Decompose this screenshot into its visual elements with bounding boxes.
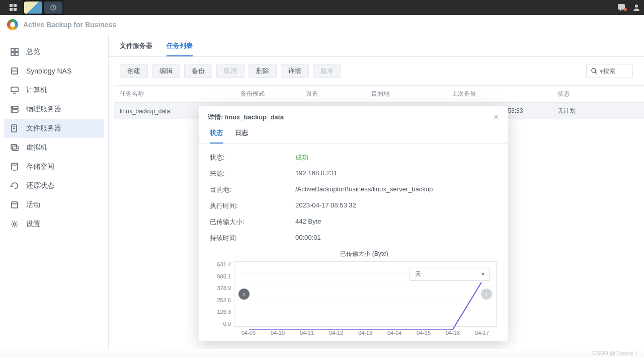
server-icon [10,105,19,114]
info-label-dur: 持续时间: [210,234,295,243]
cancel-button: 取消 [216,64,245,78]
svg-point-5 [635,5,638,8]
sidebar-item-computer[interactable]: 计算机 [4,81,104,100]
app-logo-icon [7,19,18,30]
sidebar-item-settings[interactable]: 设置 [4,215,104,234]
sidebar-item-label: 物理服务器 [26,105,61,114]
sidebar-item-label: 还原状态 [26,181,54,190]
sidebar-item-label: Synology NAS [26,67,71,75]
sidebar-item-restore[interactable]: 还原状态 [4,176,104,195]
window-title: Active Backup for Business [23,21,116,29]
overview-icon [10,47,19,56]
tab-file-server[interactable]: 文件服务器 [120,41,152,56]
info-label-status: 状态: [210,153,295,162]
modal-title: 详情: linux_backup_data [208,113,284,122]
main-menu-icon[interactable] [3,0,23,15]
table-header: 任务名称 备份模式 设备 目的地 上次备份 状态 [114,85,644,103]
fileserver-icon [10,124,19,133]
window-header: Active Backup for Business [0,15,644,34]
info-value-status: 成功 [295,153,497,162]
info-value-xfer: 442 Byte [295,218,497,227]
delete-button[interactable]: 删除 [249,64,277,78]
modal-tab-status[interactable]: 状态 [210,128,223,144]
sidebar-item-label: 计算机 [26,86,47,95]
tab-task-list[interactable]: 任务列表 [167,41,193,56]
sidebar-item-file-server[interactable]: 文件服务器 [4,119,104,138]
details-modal: 详情: linux_backup_data × 状态 日志 状态:成功 来源:1… [199,106,508,341]
version-button: 版本 [313,64,341,78]
sidebar-item-overview[interactable]: 总览 [4,42,104,61]
info-label-dest: 目的地: [210,185,295,194]
main-tabs: 文件服务器 任务列表 [109,34,644,57]
nas-icon [10,66,19,76]
sidebar-item-nas[interactable]: Synology NAS [4,61,104,81]
th-device[interactable]: 设备 [300,86,365,102]
svg-point-17 [13,111,13,111]
svg-rect-9 [15,52,18,55]
th-name[interactable]: 任务名称 [114,86,234,102]
search-input[interactable] [603,67,628,75]
svg-line-28 [595,72,597,74]
sidebar-item-label: 活动 [26,200,40,209]
info-value-dur: 00:00:01 [295,234,497,243]
sidebar-item-activity[interactable]: 活动 [4,195,104,215]
svg-rect-24 [12,202,18,208]
svg-rect-22 [13,146,18,151]
modal-header[interactable]: 详情: linux_backup_data × [199,106,508,128]
notification-icon[interactable] [617,3,626,12]
sidebar-item-vm[interactable]: 虚拟机 [4,138,104,157]
transfer-chart: 已传输大小 (Byte) 631.4505.1378.9252.6126.30.… [210,250,497,336]
svg-rect-7 [15,48,18,51]
toolbar: 创建 编辑 备份 取消 删除 详情 版本 ▾ [109,57,644,85]
chart-yaxis: 631.4505.1378.9252.6126.30.0 [210,261,234,327]
settings-icon [10,220,19,229]
create-button[interactable]: 创建 [120,64,148,78]
svg-rect-21 [11,145,17,149]
modal-tab-log[interactable]: 日志 [235,128,248,144]
sidebar-item-physical-server[interactable]: 物理服务器 [4,100,104,119]
taskbar-app-backup[interactable] [43,0,63,15]
watermark: CSDN @Theshy！ [593,349,639,357]
th-last-backup[interactable]: 上次备份 [446,86,551,102]
svg-rect-8 [11,52,14,55]
taskbar-app-drive[interactable] [23,0,43,15]
chart-plot: ‹ › 天 [234,261,497,327]
info-label-exec: 执行时间: [210,201,295,210]
search-box[interactable]: ▾ [586,64,633,78]
sidebar-item-label: 文件服务器 [26,124,61,133]
sidebar: 总览 Synology NAS 计算机 物理服务器 文件服务器 虚拟机 [0,34,109,349]
sidebar-item-label: 总览 [26,47,40,56]
info-label-source: 来源: [210,169,295,178]
storage-icon [10,162,19,171]
sidebar-item-storage[interactable]: 存储空间 [4,157,104,176]
chart-title: 已传输大小 (Byte) [210,250,497,258]
svg-rect-3 [14,8,17,11]
close-icon[interactable]: × [493,112,499,122]
sidebar-item-label: 设置 [26,220,40,229]
sidebar-item-label: 虚拟机 [26,143,47,152]
svg-rect-1 [14,4,17,7]
modal-tabs: 状态 日志 [199,128,508,144]
info-value-dest: /ActiveBackupforBusiness/linux_server_ba… [295,185,497,194]
svg-rect-6 [11,48,14,51]
svg-point-27 [592,68,596,73]
info-value-source: 192.168.0.231 [295,169,497,178]
details-button[interactable]: 详情 [281,64,309,78]
restore-icon [10,181,19,190]
info-label-xfer: 已传输大小: [210,218,295,227]
sidebar-item-label: 存储空间 [26,162,54,171]
system-taskbar [0,0,644,15]
vm-icon [10,143,19,152]
svg-rect-12 [11,87,18,92]
svg-point-23 [12,163,18,165]
computer-icon [10,86,19,95]
th-status[interactable]: 状态 [551,86,644,102]
svg-rect-0 [10,4,13,7]
edit-button[interactable]: 编辑 [152,64,180,78]
search-icon [591,67,598,75]
chart-line [234,262,496,330]
th-mode[interactable]: 备份模式 [234,86,300,102]
backup-button[interactable]: 备份 [184,64,212,78]
th-destination[interactable]: 目的地 [365,86,446,102]
user-icon[interactable] [632,3,641,12]
